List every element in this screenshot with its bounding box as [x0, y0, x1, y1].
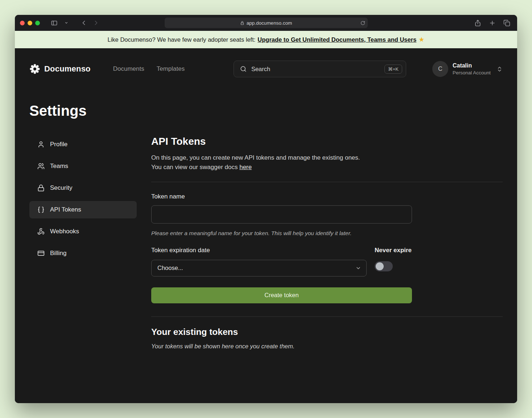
documenso-app: Documenso Documents Templates ⌘+K C Cata… — [15, 48, 517, 403]
chevron-down-icon — [355, 265, 361, 271]
lock-icon — [240, 21, 244, 25]
braces-icon — [37, 206, 45, 213]
documenso-logo-icon — [29, 63, 40, 74]
sidebar-item-security[interactable]: Security — [29, 179, 137, 197]
chevron-down-icon[interactable] — [61, 18, 72, 28]
upgrade-link[interactable]: Upgrade to Get Unlimited Documents, Team… — [257, 36, 416, 43]
traffic-lights — [20, 21, 40, 25]
token-name-input[interactable] — [151, 205, 412, 224]
promo-text: Like Documenso? We have few early adopte… — [108, 36, 256, 43]
sidebar-item-profile[interactable]: Profile — [29, 136, 137, 153]
address-bar[interactable]: app.documenso.com — [165, 18, 368, 28]
existing-tokens-empty: Your tokens will be shown here once you … — [151, 343, 503, 350]
nav-templates[interactable]: Templates — [157, 65, 185, 73]
webhook-icon — [37, 228, 45, 235]
description-line1: On this page, you can create new API tok… — [151, 153, 503, 163]
back-icon[interactable] — [78, 18, 89, 28]
divider — [151, 316, 503, 317]
expiration-select[interactable]: Choose... — [151, 260, 367, 276]
users-icon — [37, 163, 45, 170]
divider — [151, 182, 503, 182]
existing-tokens-title: Your existing tokens — [151, 327, 503, 337]
section-title: API Tokens — [151, 136, 503, 147]
chevrons-up-down-icon — [496, 66, 503, 72]
sidebar-item-label: Webhooks — [50, 228, 79, 235]
browser-window: app.documenso.com Like Documenso? We hav… — [15, 15, 517, 403]
forward-icon — [91, 18, 102, 28]
sidebar-item-api-tokens[interactable]: API Tokens — [29, 201, 137, 218]
expiration-value: Choose... — [157, 265, 183, 271]
account-menu[interactable]: C Catalin Personal Account — [432, 61, 503, 77]
nav-documents[interactable]: Documents — [113, 65, 144, 73]
sidebar-item-webhooks[interactable]: Webhooks — [29, 223, 137, 240]
new-tab-icon[interactable] — [487, 18, 498, 28]
zoom-button[interactable] — [35, 21, 40, 25]
account-name: Catalin — [453, 62, 491, 70]
toggle-knob — [376, 262, 384, 270]
settings-sidebar: Profile Teams Security — [29, 136, 137, 350]
minimize-button[interactable] — [28, 21, 32, 25]
search-icon — [240, 66, 247, 72]
share-icon[interactable] — [472, 18, 483, 28]
search-input[interactable] — [251, 65, 380, 73]
sidebar-item-teams[interactable]: Teams — [29, 157, 137, 175]
sidebar-item-label: Profile — [50, 141, 67, 148]
promo-banner: Like Documenso? We have few early adopte… — [15, 31, 517, 48]
sidebar-item-label: Teams — [50, 163, 68, 170]
browser-toolbar: app.documenso.com — [15, 15, 517, 31]
sidebar-item-label: Security — [50, 184, 72, 192]
search-shortcut-badge: ⌘+K — [384, 65, 402, 74]
token-name-label: Token name — [151, 193, 503, 200]
close-button[interactable] — [20, 21, 25, 25]
never-expire-label: Never expire — [375, 247, 412, 254]
app-header: Documenso Documents Templates ⌘+K C Cata… — [29, 48, 503, 79]
page-title: Settings — [29, 103, 503, 119]
brand-logo[interactable]: Documenso — [29, 63, 91, 74]
api-tokens-panel: API Tokens On this page, you can create … — [151, 136, 503, 350]
tabs-overview-icon[interactable] — [501, 18, 512, 28]
credit-card-icon — [37, 250, 45, 257]
url-text: app.documenso.com — [247, 20, 292, 26]
sidebar-item-billing[interactable]: Billing — [29, 245, 137, 262]
token-name-hint: Please enter a meaningful name for your … — [151, 230, 503, 237]
refresh-icon[interactable] — [360, 21, 365, 25]
user-icon — [37, 141, 45, 148]
star-icon: ★ — [418, 36, 424, 44]
account-subtitle: Personal Account — [453, 70, 491, 76]
main-nav: Documents Templates — [113, 65, 185, 73]
section-description: On this page, you can create new API tok… — [151, 153, 503, 172]
sidebar-item-label: Billing — [50, 250, 66, 257]
create-token-button[interactable]: Create token — [151, 287, 412, 303]
never-expire-toggle[interactable] — [375, 261, 393, 271]
expiration-label: Token expiration date — [151, 247, 367, 254]
lock-icon — [37, 184, 45, 192]
sidebar-toggle-icon[interactable] — [49, 18, 59, 28]
description-line2: You can view our swagger docs here — [151, 163, 503, 172]
swagger-docs-link[interactable]: here — [239, 164, 252, 171]
global-search[interactable]: ⌘+K — [234, 61, 406, 77]
avatar: C — [432, 61, 448, 77]
sidebar-item-label: API Tokens — [50, 206, 81, 213]
brand-name: Documenso — [44, 64, 91, 74]
